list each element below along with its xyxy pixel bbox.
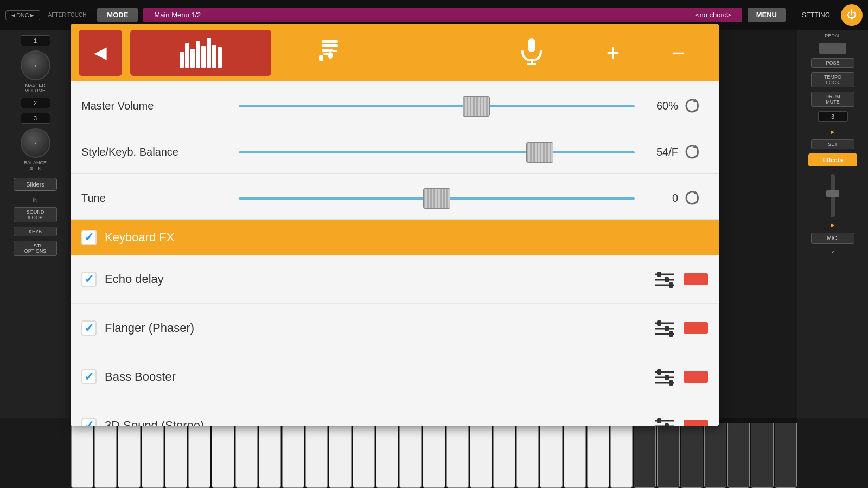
master-volume-row: Master Volume 60% [71,81,719,127]
master-volume-knob[interactable]: ● [21,50,50,80]
keyboard-fx-checkmark: ✓ [84,232,94,243]
tune-row: Tune 0 [71,174,719,220]
piano-key[interactable] [493,423,515,488]
3d-sound-checkbox[interactable]: ✓ [81,418,97,426]
master-volume-reset-button[interactable] [678,93,708,120]
volume-slider-vertical[interactable] [831,174,835,217]
style-keyb-reset-button[interactable] [678,139,708,166]
echo-delay-checkbox[interactable]: ✓ [81,272,97,287]
minus-button[interactable]: − [646,30,711,76]
piano-key[interactable] [142,423,164,488]
piano-area [71,418,797,488]
piano-key[interactable] [587,423,609,488]
right-arrow[interactable]: ► [830,129,836,135]
3d-sound-label: 3D Sound (Stereo) [105,419,651,426]
sound-loop-button[interactable]: SOUND/LOOP [14,207,57,222]
no-chord-text: <no chord> [695,11,731,19]
drum-mute-button[interactable]: DRUMMUTE [811,92,854,107]
echo-delay-delete-button[interactable] [684,273,708,285]
svg-rect-3 [319,55,323,61]
reset-icon [684,97,703,115]
bass-booster-checkbox[interactable]: ✓ [81,369,97,384]
sliders-button[interactable]: Sliders [14,178,57,191]
piano-key[interactable] [634,423,656,488]
piano-key[interactable] [376,423,398,488]
music-tab-button[interactable] [279,30,377,76]
piano-key[interactable] [329,423,351,488]
master-volume-thumb[interactable] [463,96,490,117]
piano-key[interactable] [305,423,328,488]
piano-key[interactable] [727,423,750,488]
main-menu-bar[interactable]: Main Menu 1/2 <no chord> [143,8,742,22]
master-volume-track[interactable] [239,93,635,120]
svg-rect-22 [657,320,661,326]
power-button[interactable]: ⏻ [841,4,863,26]
mic-button[interactable]: MIC. [811,233,854,244]
tune-value: 0 [640,192,678,204]
flanger-checkbox[interactable]: ✓ [81,320,97,336]
balance-knob[interactable]: ● [21,128,50,158]
mode-button[interactable]: MODE [97,8,138,22]
piano-key[interactable] [610,423,633,488]
set-button[interactable]: SET [811,139,854,149]
piano-key[interactable] [235,423,258,488]
piano-key[interactable] [259,423,281,488]
svg-rect-30 [669,380,673,386]
piano-key[interactable] [399,423,422,488]
3d-sound-eq-button[interactable] [651,415,678,426]
piano-key[interactable] [516,423,539,488]
piano-key[interactable] [704,423,726,488]
piano-key[interactable] [353,423,375,488]
menu-button[interactable]: MENU [748,8,786,22]
in-label: IN [33,197,38,203]
piano-key[interactable] [470,423,492,488]
echo-delay-eq-button[interactable] [651,268,678,290]
keyboard-fx-checkbox[interactable]: ✓ [81,230,97,245]
plus-button[interactable]: + [580,30,646,76]
flanger-delete-button[interactable] [684,322,708,334]
piano-key[interactable] [71,423,93,488]
piano-key[interactable] [282,423,304,488]
piano-key[interactable] [212,423,234,488]
piano-key[interactable] [94,423,117,488]
3d-sound-row: ✓ 3D Sound (Stereo) [71,401,719,426]
svg-rect-34 [657,418,661,423]
bass-booster-row: ✓ Bass Booster [71,352,719,401]
tune-track[interactable] [239,185,635,212]
piano-key[interactable] [446,423,469,488]
echo-delay-label: Echo delay [105,272,651,286]
piano-key[interactable] [165,423,187,488]
piano-key[interactable] [751,423,773,488]
3d-sound-delete-button[interactable] [684,420,708,426]
keyboard-fx-label: Keyboard FX [105,230,174,245]
keyb-button[interactable]: KEYB [14,227,57,236]
list-options-button[interactable]: LIST/OPTIONS [14,241,57,256]
mic-tab-button[interactable] [483,30,580,76]
back-button[interactable]: ◀ [79,30,122,76]
svg-rect-29 [665,375,669,380]
tune-thumb[interactable] [423,188,450,209]
piano-key[interactable] [423,423,445,488]
effects-button[interactable]: Effects [808,153,857,166]
volume-slider-thumb[interactable] [826,190,839,197]
style-keyb-thumb[interactable] [526,142,553,163]
tempo-lock-button[interactable]: TEMPOLOCK [811,72,854,87]
piano-key[interactable] [657,423,679,488]
flanger-eq-button[interactable] [651,317,678,339]
bass-booster-delete-button[interactable] [684,371,708,383]
bass-booster-eq-button[interactable] [651,366,678,388]
piano-key[interactable] [118,423,140,488]
tune-reset-button[interactable] [678,185,708,212]
piano-tab-button[interactable] [130,30,271,76]
piano-key[interactable] [681,423,703,488]
minus-icon: − [672,40,685,66]
right-arrow-2[interactable]: ► [830,222,836,228]
hw-display-3: 3 [21,113,50,124]
echo-delay-row: ✓ Echo delay [71,255,719,304]
piano-key[interactable] [188,423,210,488]
pose-button[interactable]: POSE [811,58,854,68]
piano-key[interactable] [540,423,562,488]
piano-key[interactable] [564,423,586,488]
style-keyb-track[interactable] [239,139,635,166]
piano-key[interactable] [775,423,797,488]
